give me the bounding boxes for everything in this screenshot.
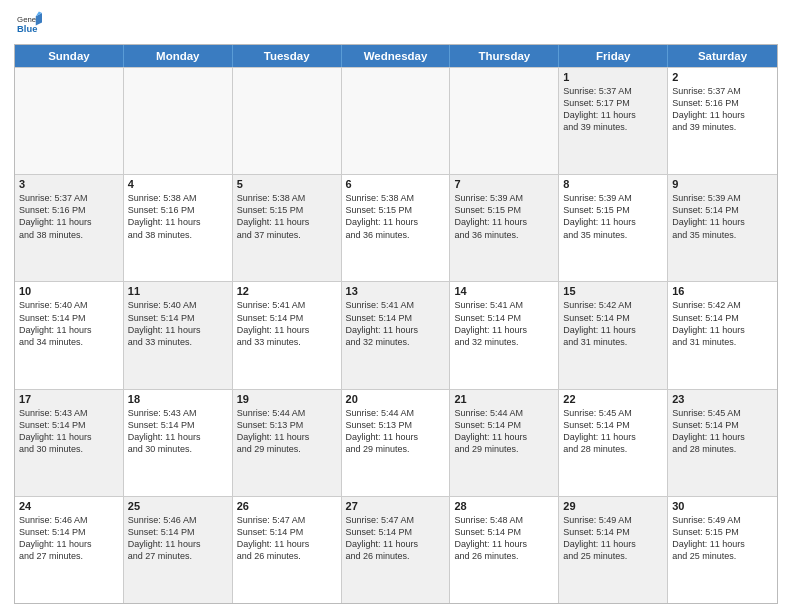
cell-info: Sunrise: 5:37 AM Sunset: 5:16 PM Dayligh… [672, 85, 773, 134]
cal-cell-7: 7Sunrise: 5:39 AM Sunset: 5:15 PM Daylig… [450, 175, 559, 281]
svg-text:Blue: Blue [17, 24, 37, 34]
cal-cell-3: 3Sunrise: 5:37 AM Sunset: 5:16 PM Daylig… [15, 175, 124, 281]
cell-info: Sunrise: 5:42 AM Sunset: 5:14 PM Dayligh… [563, 299, 663, 348]
cal-cell-21: 21Sunrise: 5:44 AM Sunset: 5:14 PM Dayli… [450, 390, 559, 496]
cal-cell-8: 8Sunrise: 5:39 AM Sunset: 5:15 PM Daylig… [559, 175, 668, 281]
cell-info: Sunrise: 5:44 AM Sunset: 5:13 PM Dayligh… [237, 407, 337, 456]
cell-info: Sunrise: 5:49 AM Sunset: 5:14 PM Dayligh… [563, 514, 663, 563]
cal-cell-24: 24Sunrise: 5:46 AM Sunset: 5:14 PM Dayli… [15, 497, 124, 603]
cell-info: Sunrise: 5:47 AM Sunset: 5:14 PM Dayligh… [346, 514, 446, 563]
day-number: 15 [563, 285, 663, 297]
cal-cell-6: 6Sunrise: 5:38 AM Sunset: 5:15 PM Daylig… [342, 175, 451, 281]
day-number: 19 [237, 393, 337, 405]
week-row-1: 1Sunrise: 5:37 AM Sunset: 5:17 PM Daylig… [15, 67, 777, 174]
day-number: 5 [237, 178, 337, 190]
cell-info: Sunrise: 5:48 AM Sunset: 5:14 PM Dayligh… [454, 514, 554, 563]
cal-cell-28: 28Sunrise: 5:48 AM Sunset: 5:14 PM Dayli… [450, 497, 559, 603]
cell-info: Sunrise: 5:40 AM Sunset: 5:14 PM Dayligh… [128, 299, 228, 348]
cal-cell-29: 29Sunrise: 5:49 AM Sunset: 5:14 PM Dayli… [559, 497, 668, 603]
calendar-header: SundayMondayTuesdayWednesdayThursdayFrid… [15, 45, 777, 67]
header-day-thursday: Thursday [450, 45, 559, 67]
day-number: 25 [128, 500, 228, 512]
cal-cell-empty-0 [15, 68, 124, 174]
day-number: 10 [19, 285, 119, 297]
cal-cell-13: 13Sunrise: 5:41 AM Sunset: 5:14 PM Dayli… [342, 282, 451, 388]
cell-info: Sunrise: 5:44 AM Sunset: 5:13 PM Dayligh… [346, 407, 446, 456]
header-day-saturday: Saturday [668, 45, 777, 67]
cal-cell-5: 5Sunrise: 5:38 AM Sunset: 5:15 PM Daylig… [233, 175, 342, 281]
cal-cell-26: 26Sunrise: 5:47 AM Sunset: 5:14 PM Dayli… [233, 497, 342, 603]
cal-cell-15: 15Sunrise: 5:42 AM Sunset: 5:14 PM Dayli… [559, 282, 668, 388]
week-row-4: 17Sunrise: 5:43 AM Sunset: 5:14 PM Dayli… [15, 389, 777, 496]
day-number: 2 [672, 71, 773, 83]
cal-cell-25: 25Sunrise: 5:46 AM Sunset: 5:14 PM Dayli… [124, 497, 233, 603]
cal-cell-30: 30Sunrise: 5:49 AM Sunset: 5:15 PM Dayli… [668, 497, 777, 603]
day-number: 6 [346, 178, 446, 190]
week-row-2: 3Sunrise: 5:37 AM Sunset: 5:16 PM Daylig… [15, 174, 777, 281]
day-number: 7 [454, 178, 554, 190]
cal-cell-23: 23Sunrise: 5:45 AM Sunset: 5:14 PM Dayli… [668, 390, 777, 496]
day-number: 3 [19, 178, 119, 190]
cell-info: Sunrise: 5:38 AM Sunset: 5:16 PM Dayligh… [128, 192, 228, 241]
cell-info: Sunrise: 5:43 AM Sunset: 5:14 PM Dayligh… [19, 407, 119, 456]
header-day-wednesday: Wednesday [342, 45, 451, 67]
calendar-body: 1Sunrise: 5:37 AM Sunset: 5:17 PM Daylig… [15, 67, 777, 603]
cal-cell-empty-3 [342, 68, 451, 174]
cal-cell-14: 14Sunrise: 5:41 AM Sunset: 5:14 PM Dayli… [450, 282, 559, 388]
header-day-monday: Monday [124, 45, 233, 67]
day-number: 28 [454, 500, 554, 512]
cell-info: Sunrise: 5:39 AM Sunset: 5:14 PM Dayligh… [672, 192, 773, 241]
day-number: 1 [563, 71, 663, 83]
cell-info: Sunrise: 5:43 AM Sunset: 5:14 PM Dayligh… [128, 407, 228, 456]
calendar: SundayMondayTuesdayWednesdayThursdayFrid… [14, 44, 778, 604]
header: General Blue [14, 10, 778, 38]
cal-cell-empty-4 [450, 68, 559, 174]
day-number: 13 [346, 285, 446, 297]
day-number: 14 [454, 285, 554, 297]
day-number: 21 [454, 393, 554, 405]
day-number: 30 [672, 500, 773, 512]
cal-cell-4: 4Sunrise: 5:38 AM Sunset: 5:16 PM Daylig… [124, 175, 233, 281]
cell-info: Sunrise: 5:44 AM Sunset: 5:14 PM Dayligh… [454, 407, 554, 456]
cal-cell-12: 12Sunrise: 5:41 AM Sunset: 5:14 PM Dayli… [233, 282, 342, 388]
cal-cell-19: 19Sunrise: 5:44 AM Sunset: 5:13 PM Dayli… [233, 390, 342, 496]
header-day-friday: Friday [559, 45, 668, 67]
cell-info: Sunrise: 5:38 AM Sunset: 5:15 PM Dayligh… [346, 192, 446, 241]
day-number: 9 [672, 178, 773, 190]
day-number: 29 [563, 500, 663, 512]
cal-cell-16: 16Sunrise: 5:42 AM Sunset: 5:14 PM Dayli… [668, 282, 777, 388]
cell-info: Sunrise: 5:45 AM Sunset: 5:14 PM Dayligh… [563, 407, 663, 456]
week-row-3: 10Sunrise: 5:40 AM Sunset: 5:14 PM Dayli… [15, 281, 777, 388]
day-number: 26 [237, 500, 337, 512]
cell-info: Sunrise: 5:37 AM Sunset: 5:17 PM Dayligh… [563, 85, 663, 134]
day-number: 11 [128, 285, 228, 297]
cell-info: Sunrise: 5:38 AM Sunset: 5:15 PM Dayligh… [237, 192, 337, 241]
day-number: 22 [563, 393, 663, 405]
day-number: 4 [128, 178, 228, 190]
cell-info: Sunrise: 5:49 AM Sunset: 5:15 PM Dayligh… [672, 514, 773, 563]
day-number: 20 [346, 393, 446, 405]
cal-cell-20: 20Sunrise: 5:44 AM Sunset: 5:13 PM Dayli… [342, 390, 451, 496]
cal-cell-17: 17Sunrise: 5:43 AM Sunset: 5:14 PM Dayli… [15, 390, 124, 496]
cal-cell-22: 22Sunrise: 5:45 AM Sunset: 5:14 PM Dayli… [559, 390, 668, 496]
cal-cell-2: 2Sunrise: 5:37 AM Sunset: 5:16 PM Daylig… [668, 68, 777, 174]
day-number: 12 [237, 285, 337, 297]
cell-info: Sunrise: 5:42 AM Sunset: 5:14 PM Dayligh… [672, 299, 773, 348]
page: General Blue SundayMondayTuesdayWednesda… [0, 0, 792, 612]
logo-icon: General Blue [14, 10, 42, 38]
day-number: 17 [19, 393, 119, 405]
cell-info: Sunrise: 5:45 AM Sunset: 5:14 PM Dayligh… [672, 407, 773, 456]
cell-info: Sunrise: 5:37 AM Sunset: 5:16 PM Dayligh… [19, 192, 119, 241]
cell-info: Sunrise: 5:39 AM Sunset: 5:15 PM Dayligh… [454, 192, 554, 241]
cal-cell-empty-2 [233, 68, 342, 174]
logo: General Blue [14, 10, 42, 38]
cal-cell-9: 9Sunrise: 5:39 AM Sunset: 5:14 PM Daylig… [668, 175, 777, 281]
header-day-sunday: Sunday [15, 45, 124, 67]
cal-cell-empty-1 [124, 68, 233, 174]
day-number: 8 [563, 178, 663, 190]
cell-info: Sunrise: 5:40 AM Sunset: 5:14 PM Dayligh… [19, 299, 119, 348]
cell-info: Sunrise: 5:41 AM Sunset: 5:14 PM Dayligh… [237, 299, 337, 348]
cell-info: Sunrise: 5:46 AM Sunset: 5:14 PM Dayligh… [19, 514, 119, 563]
cal-cell-11: 11Sunrise: 5:40 AM Sunset: 5:14 PM Dayli… [124, 282, 233, 388]
cal-cell-18: 18Sunrise: 5:43 AM Sunset: 5:14 PM Dayli… [124, 390, 233, 496]
